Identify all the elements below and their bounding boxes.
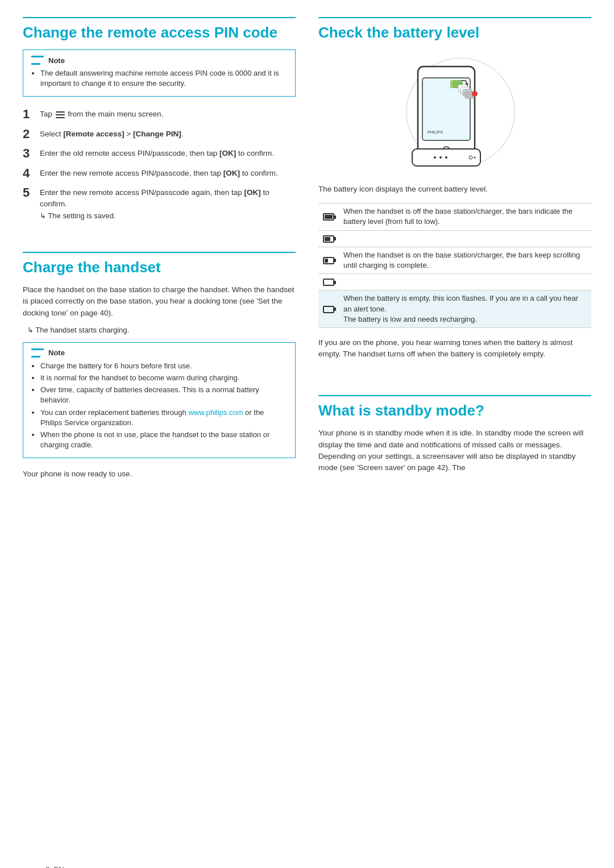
note-item: The default answering machine remote acc… (40, 68, 287, 89)
battery-desc-one-third: When the handset is on the base station/… (339, 247, 591, 273)
battery-row-full: When the handset is off the base station… (318, 203, 591, 230)
charge-note-item-4: When the phone is not in use, place the … (40, 430, 287, 450)
step-5: 5 Enter the new remote access PIN/passco… (23, 185, 296, 209)
battery-empty-icon (323, 306, 334, 313)
standby-body-text: Your phone is in standby mode when it is… (318, 427, 591, 474)
page-num: 8 (45, 865, 49, 868)
standby-title: What is standby mode? (318, 395, 591, 420)
charge-note-item-2: Over time, capacity of batteries decreas… (40, 385, 287, 405)
page-wrapper: Change the remote access PIN code Note T… (23, 17, 591, 868)
charge-note-icon (31, 348, 44, 358)
step-2: 2 Select [Remote access] > [Change PIN]. (23, 127, 296, 142)
battery-icon-charging (318, 274, 339, 290)
menu-icon (56, 111, 65, 118)
charge-note-box: Note Charge the battery for 6 hours befo… (23, 342, 296, 459)
battery-icon-one-third (318, 247, 339, 273)
phone-illustration-area: PHILIPS (318, 49, 591, 175)
svg-text:PHILIPS: PHILIPS (428, 130, 443, 134)
charge-note-list: Charge the battery for 6 hours before fi… (31, 361, 287, 451)
battery-full-icon (323, 213, 334, 221)
change-pin-section: Change the remote access PIN code Note T… (23, 17, 296, 230)
battery-icon-empty (318, 290, 339, 328)
battery-section: Check the battery level (318, 17, 591, 373)
battery-row-charging (318, 274, 591, 290)
step-3-number: 3 (23, 146, 35, 161)
step-4-text: Enter the new remote access PIN/passcode… (40, 166, 278, 179)
svg-point-18 (469, 156, 472, 159)
svg-point-17 (445, 156, 447, 159)
note-header: Note (31, 56, 287, 65)
step-4: 4 Enter the new remote access PIN/passco… (23, 166, 296, 181)
left-column: Change the remote access PIN code Note T… (23, 17, 296, 503)
note-list: The default answering machine remote acc… (31, 68, 287, 89)
battery-two-thirds-icon (323, 235, 334, 243)
charge-arrow-note: The handset starts charging. (27, 326, 296, 334)
charge-note-label: Note (48, 348, 65, 357)
standby-section: What is standby mode? Your phone is in s… (318, 395, 591, 474)
page-number: 8 EN (45, 865, 64, 868)
step-2-text: Select [Remote access] > [Change PIN]. (40, 127, 184, 140)
battery-desc-empty: When the battery is empty, this icon fla… (339, 290, 591, 328)
svg-point-16 (439, 156, 442, 159)
step-1-text: Tap from the main menu screen. (40, 107, 163, 120)
step-3: 3 Enter the old remote access PIN/passco… (23, 146, 296, 161)
page-layout: Change the remote access PIN code Note T… (23, 17, 591, 503)
charge-note-item-1: It is normal for the handset to become w… (40, 373, 287, 383)
right-column: Check the battery level (318, 17, 591, 503)
page-lang: EN (53, 865, 64, 868)
charge-note-item-0: Charge the battery for 6 hours before fi… (40, 361, 287, 371)
charge-footer-text: Your phone is now ready to use. (23, 468, 296, 480)
step-1-number: 1 (23, 107, 35, 122)
change-pin-note-box: Note The default answering machine remot… (23, 49, 296, 97)
svg-point-15 (434, 156, 436, 159)
battery-row-two-thirds (318, 230, 591, 247)
battery-row-empty: When the battery is empty, this icon fla… (318, 290, 591, 328)
battery-title: Check the battery level (318, 17, 591, 41)
charge-note-item-3: You can order replacement batteries thro… (40, 408, 287, 428)
step-5-number: 5 (23, 185, 35, 200)
charge-handset-title: Charge the handset (23, 252, 296, 276)
change-pin-title: Change the remote access PIN code (23, 17, 296, 41)
battery-icon-two-thirds (318, 230, 339, 247)
charge-note-header: Note (31, 348, 287, 358)
steps-list: 1 Tap from the main menu screen. 2 Selec… (23, 107, 296, 220)
battery-desc-text: The battery icon displays the current ba… (318, 184, 591, 195)
battery-table: When the handset is off the base station… (318, 203, 591, 328)
battery-one-third-icon (323, 257, 334, 264)
battery-desc-full: When the handset is off the base station… (339, 203, 591, 230)
step-2-number: 2 (23, 127, 35, 142)
battery-desc-two-thirds (339, 230, 591, 247)
step-5-text: Enter the new remote access PIN/passcode… (40, 185, 296, 209)
battery-warning-text: If you are on the phone, you hear warnin… (318, 337, 591, 360)
battery-icon-full (318, 203, 339, 230)
step-5-result: The setting is saved. (40, 211, 296, 220)
note-label: Note (48, 56, 65, 65)
note-icon (31, 56, 44, 65)
battery-charging-icon (323, 279, 334, 286)
step-4-number: 4 (23, 166, 35, 181)
step-1: 1 Tap from the main menu screen. (23, 107, 296, 122)
svg-point-19 (474, 157, 476, 159)
battery-desc-charging (339, 274, 591, 290)
charge-handset-section: Charge the handset Place the handset on … (23, 252, 296, 487)
phone-svg: PHILIPS (387, 49, 523, 175)
charge-body-text: Place the handset on the base station to… (23, 284, 296, 319)
step-3-text: Enter the old remote access PIN/passcode… (40, 146, 274, 159)
svg-point-11 (472, 91, 478, 97)
battery-row-one-third: When the handset is on the base station/… (318, 247, 591, 273)
